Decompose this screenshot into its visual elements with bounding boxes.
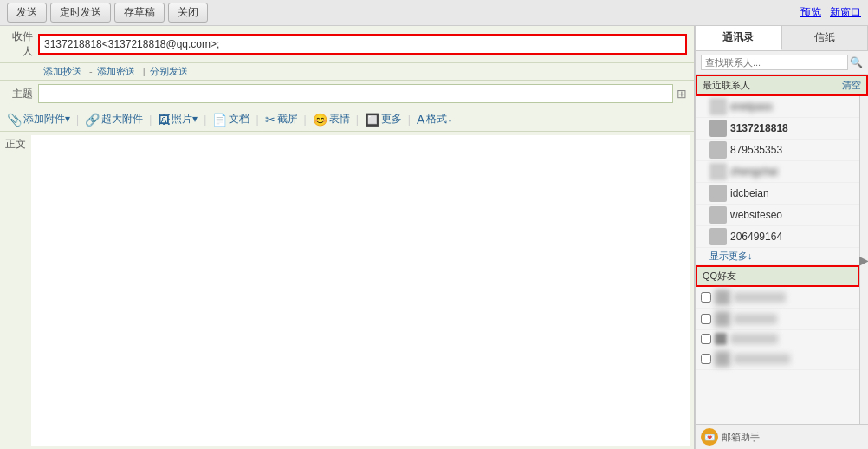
body-editor[interactable]	[31, 135, 690, 446]
qq-friend-avatar-4	[715, 351, 730, 367]
qq-friend-name-3	[730, 334, 778, 344]
sidebar-tabs: 通讯录 信纸	[696, 26, 868, 51]
send-button[interactable]: 发送	[7, 3, 47, 23]
qq-friend-name-1	[734, 292, 786, 303]
qq-friends-label: QQ好友	[703, 270, 736, 283]
document-icon: 📄	[212, 113, 227, 127]
sep1: -	[89, 66, 93, 76]
send-separately-link[interactable]: 分别发送	[150, 66, 188, 76]
contact-avatar	[709, 98, 727, 115]
sidebar-expand-arrow[interactable]: ▶	[859, 96, 868, 424]
screenshot-label: 截屏	[277, 112, 298, 127]
scheduled-send-button[interactable]: 定时发送	[50, 3, 111, 23]
contact-avatar	[709, 228, 727, 245]
large-attachment-action[interactable]: 🔗 超大附件	[85, 112, 143, 127]
contact-item-idcbeian[interactable]: idcbeian	[696, 183, 859, 205]
qq-friend-item-3[interactable]	[696, 330, 859, 348]
search-icon: 🔍	[850, 56, 863, 68]
contact-name: websiteseo	[730, 209, 854, 221]
qq-friend-checkbox-1[interactable]	[701, 292, 711, 303]
screenshot-icon: ✂	[265, 113, 275, 127]
contact-avatar	[709, 120, 727, 137]
qq-friend-item-1[interactable]	[696, 287, 859, 309]
sep2: |	[143, 66, 146, 76]
mailbox-helper-label: 邮箱助手	[722, 431, 760, 444]
photo-label: 照片▾	[172, 112, 198, 127]
more-action[interactable]: 🔲 更多	[365, 112, 402, 127]
qq-friend-item-4[interactable]	[696, 348, 859, 370]
body-label: 正文	[0, 132, 31, 449]
helper-icon: 💌	[701, 428, 718, 446]
emoji-icon: 😊	[313, 113, 327, 127]
recent-contacts-header: 最近联系人 清空	[696, 75, 868, 96]
contact-item-zhengchai[interactable]: zhengchai	[696, 161, 859, 183]
add-bcc-link[interactable]: 添加密送	[97, 66, 135, 76]
tab-stationery[interactable]: 信纸	[782, 26, 869, 50]
recipients-row: 收件人	[0, 26, 694, 63]
toolbar-left: 发送 定时发送 存草稿 关闭	[7, 3, 208, 23]
qq-friend-checkbox-3[interactable]	[701, 334, 711, 344]
subject-input[interactable]	[38, 84, 673, 103]
screenshot-action[interactable]: ✂ 截屏	[265, 112, 298, 127]
qq-friend-avatar-3	[715, 333, 727, 345]
recent-contacts-list: enetpass 3137218818 879535353 zhengchai	[696, 96, 859, 248]
add-cc-link[interactable]: 添加抄送	[43, 66, 81, 76]
contact-name: idcbeian	[730, 187, 854, 199]
contact-list-area: enetpass 3137218818 879535353 zhengchai	[696, 96, 859, 424]
sidebar-search: 🔍	[696, 51, 868, 75]
contact-name: zhengchai	[730, 166, 854, 178]
show-more-link[interactable]: 显示更多↓	[696, 248, 859, 265]
qq-friend-item-2[interactable]	[696, 309, 859, 330]
qq-friend-checkbox-2[interactable]	[701, 314, 711, 324]
contact-item-3137218818[interactable]: 3137218818	[696, 118, 859, 140]
subject-options-icon[interactable]: ⊞	[677, 87, 687, 101]
mailbox-helper: 💌 邮箱助手	[696, 424, 868, 449]
tab-address-book[interactable]: 通讯录	[696, 26, 782, 50]
qq-friend-name-2	[734, 314, 777, 324]
close-button[interactable]: 关闭	[168, 3, 208, 23]
contact-item-enetpass[interactable]: enetpass	[696, 96, 859, 118]
contact-avatar	[709, 185, 727, 202]
qq-friends-header: QQ好友	[696, 265, 859, 287]
recipients-label: 收件人	[7, 29, 38, 59]
recipients-input[interactable]	[38, 34, 687, 55]
format-action[interactable]: A 格式↓	[417, 112, 452, 127]
contact-avatar	[709, 163, 727, 180]
sidebar-contact-area: enetpass 3137218818 879535353 zhengchai	[696, 96, 868, 424]
attachment-icon: 📎	[7, 113, 22, 127]
contact-item-websiteseo[interactable]: websiteseo	[696, 205, 859, 226]
more-label: 更多	[381, 112, 402, 127]
clear-recent-link[interactable]: 清空	[842, 79, 861, 92]
add-attachment-label: 添加附件▾	[23, 112, 70, 127]
compose-area: 收件人 添加抄送 - 添加密送 | 分别发送 主题 ⊞ 📎 添加附件▾ | 🔗	[0, 26, 695, 449]
large-attachment-label: 超大附件	[101, 112, 143, 127]
emoji-action[interactable]: 😊 表情	[313, 112, 350, 127]
new-window-link[interactable]: 新窗口	[830, 5, 861, 20]
contact-search-input[interactable]	[701, 55, 848, 70]
qq-friend-avatar-2	[715, 311, 730, 327]
toolbar-right: 预览 新窗口	[800, 5, 861, 20]
emoji-label: 表情	[329, 112, 350, 127]
qq-friend-checkbox-4[interactable]	[701, 354, 711, 364]
preview-link[interactable]: 预览	[800, 5, 821, 20]
save-draft-button[interactable]: 存草稿	[114, 3, 165, 23]
contact-item-879535353[interactable]: 879535353	[696, 140, 859, 161]
recent-contacts-label: 最近联系人	[703, 79, 750, 92]
contact-avatar	[709, 141, 727, 159]
document-action[interactable]: 📄 文档	[212, 112, 249, 127]
subject-label: 主题	[7, 87, 38, 101]
format-icon: A	[417, 113, 424, 127]
main-layout: 收件人 添加抄送 - 添加密送 | 分别发送 主题 ⊞ 📎 添加附件▾ | 🔗	[0, 26, 868, 449]
photo-action[interactable]: 🖼 照片▾	[158, 112, 198, 127]
main-toolbar: 发送 定时发送 存草稿 关闭 预览 新窗口	[0, 0, 868, 26]
contact-name: enetpass	[730, 101, 854, 113]
add-attachment-action[interactable]: 📎 添加附件▾	[7, 112, 70, 127]
subject-row: 主题 ⊞	[0, 81, 694, 107]
photo-icon: 🖼	[158, 113, 170, 127]
document-label: 文档	[229, 112, 249, 127]
contact-avatar	[709, 206, 727, 224]
contact-name: 206499164	[730, 231, 854, 243]
action-toolbar: 📎 添加附件▾ | 🔗 超大附件 | 🖼 照片▾ | 📄 文档 | ✂ 截屏	[0, 107, 694, 132]
contact-item-206499164[interactable]: 206499164	[696, 226, 859, 248]
contact-name: 879535353	[730, 144, 854, 156]
